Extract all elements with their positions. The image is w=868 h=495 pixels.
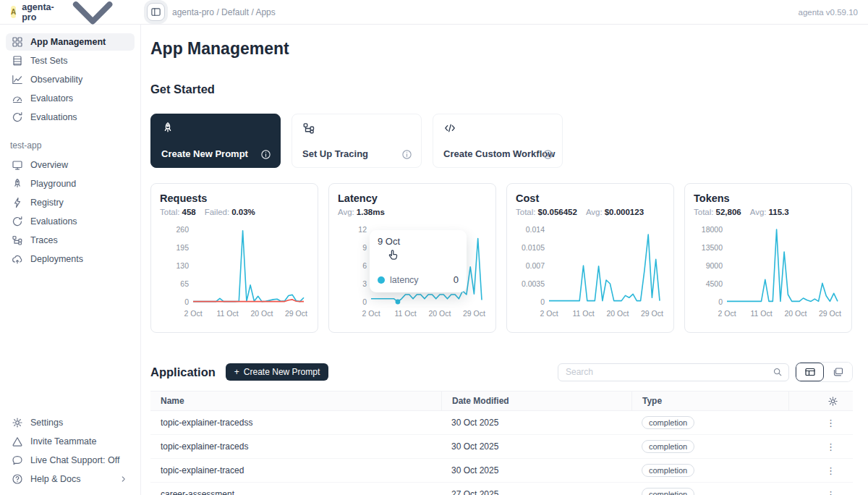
row-menu-button[interactable]: ⋮ [788, 418, 853, 428]
svg-text:6: 6 [362, 261, 367, 270]
table-row[interactable]: topic-explainer-traced30 Oct 2025complet… [150, 459, 853, 483]
table-view-button[interactable] [796, 363, 824, 381]
sidebar-item-invite-teammate[interactable]: Invite Teammate [6, 433, 135, 450]
svg-text:29 Oct: 29 Oct [285, 309, 307, 318]
tooltip-date: 9 Oct [378, 236, 459, 247]
svg-text:11 Oct: 11 Oct [572, 309, 594, 318]
svg-text:0: 0 [184, 297, 189, 306]
sidebar-item-help-docs[interactable]: Help & Docs [6, 470, 135, 488]
get-started-cards: Create New PromptSet Up TracingCreate Cu… [150, 114, 853, 168]
create-new-prompt-button[interactable]: + Create New Prompt [226, 363, 328, 381]
gauge-icon [12, 93, 23, 104]
card-label: Create Custom Workflow [443, 148, 555, 159]
svg-text:13500: 13500 [702, 243, 723, 252]
search-icon[interactable] [773, 367, 783, 377]
sidebar-item-app-management[interactable]: App Management [6, 33, 135, 51]
sidebar-item-evaluations[interactable]: Evaluations [6, 109, 135, 126]
row-menu-button[interactable]: ⋮ [788, 441, 853, 452]
svg-text:20 Oct: 20 Oct [428, 309, 451, 318]
column-header-actions [788, 392, 853, 410]
sidebar-item-label: Registry [30, 198, 64, 208]
series-dot [378, 276, 385, 284]
row-menu-button[interactable]: ⋮ [788, 489, 853, 495]
cursor-icon [387, 249, 399, 261]
chart-stats: Total:52,806Avg:115.3 [694, 208, 843, 216]
stat: Total:458 [160, 208, 196, 216]
card-label: Set Up Tracing [302, 148, 368, 159]
monitor-icon [12, 159, 23, 171]
svg-text:0.0105: 0.0105 [522, 243, 545, 252]
gear-icon[interactable] [827, 396, 838, 407]
search-input[interactable] [566, 367, 773, 377]
type-badge: completion [642, 440, 694, 453]
card-view-button[interactable] [824, 363, 852, 381]
sidebar-item-evaluators[interactable]: Evaluators [6, 90, 135, 107]
sidebar-item-observability[interactable]: Observability [6, 71, 135, 88]
type-cell: completion [631, 488, 788, 495]
column-header-name[interactable]: Name [150, 392, 441, 410]
get-started-heading: Get Started [150, 82, 853, 96]
info-icon[interactable] [542, 149, 553, 160]
cloud-icon [12, 253, 23, 265]
svg-text:130: 130 [176, 261, 189, 270]
column-header-type[interactable]: Type [631, 392, 788, 410]
svg-text:11 Oct: 11 Oct [216, 309, 238, 318]
plus-icon: + [234, 367, 239, 377]
cost-chart-card: CostTotal:$0.056452Avg:$0.0001230.0140.0… [506, 183, 674, 333]
code-icon [443, 122, 456, 135]
info-icon[interactable] [260, 149, 271, 160]
table-row[interactable]: topic-explainer-traceds30 Oct 2025comple… [150, 435, 853, 459]
sidebar-toggle-button[interactable] [147, 3, 165, 21]
date-modified-cell: 30 Oct 2025 [441, 465, 631, 475]
page-title: App Management [150, 39, 853, 59]
sidebar-item-playground[interactable]: Playground [6, 175, 135, 192]
table-row[interactable]: career-assessment27 Oct 2025completion⋮ [150, 483, 853, 495]
sidebar-app-nav: OverviewPlaygroundRegistryEvaluationsTra… [6, 156, 135, 269]
sidebar-item-label: Live Chat Support: Off [30, 455, 119, 465]
svg-text:18000: 18000 [702, 225, 723, 234]
sidebar-item-label: Overview [30, 160, 68, 170]
app-name-cell: topic-explainer-traceds [150, 441, 441, 452]
breadcrumb[interactable]: agenta-pro / Default / Apps [172, 7, 276, 17]
rocket-icon [161, 122, 174, 135]
type-badge: completion [642, 488, 694, 495]
svg-text:29 Oct: 29 Oct [819, 309, 841, 318]
column-header-date-modified[interactable]: Date Modified [441, 392, 631, 410]
svg-text:2 Oct: 2 Oct [362, 309, 380, 318]
svg-text:2 Oct: 2 Oct [718, 309, 736, 318]
app-name-cell: topic-explainer-traced [150, 465, 441, 475]
get-started-card-create-new-prompt[interactable]: Create New Prompt [150, 114, 281, 168]
table-row[interactable]: topic-explainer-tracedss30 Oct 2025compl… [150, 411, 853, 435]
row-menu-button[interactable]: ⋮ [788, 465, 853, 476]
svg-text:29 Oct: 29 Oct [463, 309, 485, 318]
workspace-name: agenta-pro [22, 2, 54, 22]
get-started-card-create-custom-workflow[interactable]: Create Custom Workflow [433, 114, 563, 168]
sidebar-item-evaluations[interactable]: Evaluations [6, 213, 135, 230]
stat: Avg:115.3 [750, 208, 789, 216]
tooltip-series-name: latency [390, 275, 419, 285]
panel-icon [150, 7, 161, 17]
rotate-icon [12, 216, 23, 227]
sidebar-item-settings[interactable]: Settings [6, 414, 135, 431]
metric-charts: RequestsTotal:458Failed:0.03%26019513065… [150, 183, 853, 333]
sidebar-item-traces[interactable]: Traces [6, 232, 135, 249]
chart-stats: Avg:1.38ms [338, 208, 487, 216]
sidebar-item-deployments[interactable]: Deployments [6, 250, 135, 268]
application-header-row: Application + Create New Prompt [150, 362, 853, 382]
sidebar-item-label: Traces [30, 235, 58, 245]
get-started-card-set-up-tracing[interactable]: Set Up Tracing [292, 114, 422, 168]
type-cell: completion [631, 440, 788, 453]
chart-line-icon [12, 74, 23, 85]
sidebar-item-overview[interactable]: Overview [6, 156, 135, 174]
sidebar-item-live-chat-support-off[interactable]: Live Chat Support: Off [6, 452, 135, 469]
table-view-icon [804, 366, 816, 378]
chart-title: Requests [160, 192, 309, 204]
sidebar-item-test-sets[interactable]: Test Sets [6, 52, 135, 69]
sidebar-item-label: Playground [30, 179, 76, 189]
grid-icon [12, 36, 23, 48]
svg-text:0: 0 [540, 297, 545, 306]
sidebar-item-registry[interactable]: Registry [6, 194, 135, 211]
chevron-right-icon [119, 474, 129, 484]
view-toggle [795, 362, 853, 382]
info-icon[interactable] [401, 149, 412, 160]
